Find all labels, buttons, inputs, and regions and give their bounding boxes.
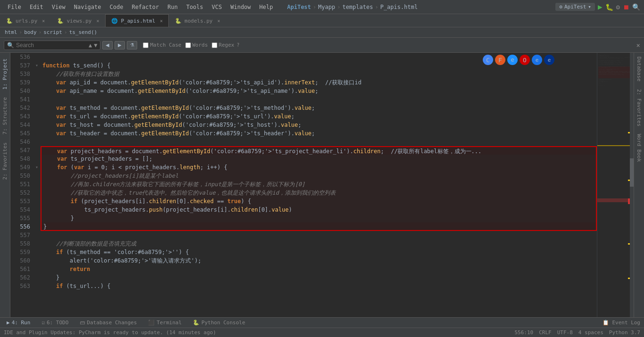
sidebar-tab-favorites[interactable]: 2: Favorites xyxy=(0,139,9,183)
search-icon: 🔍 xyxy=(7,42,14,49)
bottom-tab-terminal[interactable]: ⬛ Terminal xyxy=(145,319,184,327)
settings-button[interactable]: ⚙ xyxy=(616,3,620,11)
match-case-checkbox[interactable] xyxy=(143,42,149,48)
marker-yellow-1 xyxy=(628,132,630,133)
menu-code[interactable]: Code xyxy=(106,3,127,11)
close-models[interactable]: × xyxy=(217,18,220,24)
title-bar-left: File Edit View Navigate Code Refactor Ru… xyxy=(4,3,555,11)
right-tab-database[interactable]: Database xyxy=(635,53,644,85)
right-sidebar: Database 2: Favorites Word Book xyxy=(634,53,644,317)
menu-run[interactable]: Run xyxy=(164,3,182,11)
menu-help[interactable]: Help xyxy=(256,3,277,11)
bottom-tab-python-console[interactable]: 🐍 Python Console xyxy=(190,319,248,327)
status-message: IDE and Plugin Updates: PyCharm is ready… xyxy=(4,329,509,336)
close-p-apis[interactable]: × xyxy=(160,18,163,24)
match-case-option[interactable]: Match Case xyxy=(143,42,181,48)
left-sidebar: 1: Project 7: Structure 2: Favorites xyxy=(0,53,10,317)
close-urls[interactable]: × xyxy=(42,18,45,24)
menu-window[interactable]: Window xyxy=(227,3,255,11)
db-changes-label: Database Changes xyxy=(87,320,137,326)
bottom-tab-run[interactable]: ▶ 4: Run xyxy=(4,319,33,327)
breadcrumb-html[interactable]: html xyxy=(5,29,17,35)
minimap-thumb[interactable] xyxy=(630,158,634,187)
stop-button[interactable]: ⏹ xyxy=(623,3,629,11)
edge-icon[interactable]: e xyxy=(532,55,542,65)
down-arrow-icon[interactable]: ▼ xyxy=(94,42,97,49)
tab-icon-urls: 🐍 xyxy=(6,18,13,24)
breadcrumb-script[interactable]: script xyxy=(43,29,62,35)
indent-setting[interactable]: 4 spaces xyxy=(578,329,603,336)
filter-btn[interactable]: ⚗ xyxy=(127,41,137,49)
language[interactable]: Python 3.7 xyxy=(609,329,640,336)
close-views[interactable]: × xyxy=(96,18,99,24)
regex-checkbox[interactable] xyxy=(212,42,217,48)
words-checkbox[interactable] xyxy=(185,42,191,48)
minimap-scrollbar xyxy=(630,53,634,317)
breadcrumb: html › body › script › ts_send() xyxy=(0,27,644,38)
search-everywhere-button[interactable]: 🔍 xyxy=(632,3,640,11)
bottom-tab-db-changes[interactable]: 🗃 Database Changes xyxy=(77,319,140,327)
search-input-wrap: 🔍 ▲ ▼ xyxy=(4,41,100,50)
db-changes-icon: 🗃 xyxy=(80,320,85,326)
dropdown-arrow: ▾ xyxy=(588,4,591,10)
encoding[interactable]: UTF-8 xyxy=(557,329,573,336)
tab-label-p-apis: P_apis.html xyxy=(121,18,155,24)
right-tab-favorites[interactable]: 2: Favorites xyxy=(635,85,644,130)
chrome-icon[interactable]: C xyxy=(483,55,493,65)
todo-tab-label: 6: TODO xyxy=(47,320,68,326)
editor-area: C F e O e e 5365375385395405415425435445… xyxy=(10,53,634,317)
menu-tools[interactable]: Tools xyxy=(182,3,207,11)
menu-navigate[interactable]: Navigate xyxy=(70,3,105,11)
tab-urls[interactable]: 🐍 urls.py × xyxy=(0,14,51,27)
tab-models[interactable]: 🐍 models.py × xyxy=(169,14,226,27)
match-case-label: Match Case xyxy=(150,42,181,48)
marker-yellow-4 xyxy=(628,278,630,279)
words-option[interactable]: Words xyxy=(185,42,208,48)
firefox-icon[interactable]: F xyxy=(495,55,505,65)
tab-p-apis[interactable]: 🌐 P_apis.html × xyxy=(105,14,169,27)
terminal-label: Terminal xyxy=(157,320,182,326)
tab-views[interactable]: 🐍 views.py × xyxy=(51,14,105,27)
up-arrow-icon[interactable]: ▲ xyxy=(89,42,92,49)
prev-match-btn[interactable]: ◀ xyxy=(102,41,113,49)
python-console-icon: 🐍 xyxy=(193,320,199,326)
menu-edit[interactable]: Edit xyxy=(26,3,47,11)
main-area: 1: Project 7: Structure 2: Favorites C F… xyxy=(0,53,644,317)
event-log-icon: 📋 xyxy=(603,320,609,326)
path-myapp: Myapp xyxy=(318,4,335,10)
todo-tab-icon: ☑ xyxy=(41,320,45,326)
minimap-highlight-1 xyxy=(597,145,630,146)
regex-help-icon[interactable]: ? xyxy=(237,42,239,48)
line-numbers-gutter: 5365375385395405415425435445455465475485… xyxy=(10,53,33,317)
sidebar-tab-structure[interactable]: 7: Structure xyxy=(0,93,9,138)
title-bar: File Edit View Navigate Code Refactor Ru… xyxy=(0,0,644,14)
search-close-btn[interactable]: × xyxy=(636,41,640,49)
tab-icon-p-apis: 🌐 xyxy=(111,18,118,24)
next-match-btn[interactable]: ▶ xyxy=(115,41,125,49)
cursor-position[interactable]: 556:10 xyxy=(514,329,533,336)
run-button[interactable]: ▶ xyxy=(598,2,603,11)
breadcrumb-body[interactable]: body xyxy=(24,29,37,35)
regex-label: Regex xyxy=(219,42,234,48)
bottom-tab-todo[interactable]: ☑ 6: TODO xyxy=(39,319,71,327)
debug-button[interactable]: 🐛 xyxy=(605,3,613,11)
search-input[interactable] xyxy=(16,42,87,49)
line-ending[interactable]: CRLF xyxy=(539,329,552,336)
event-log[interactable]: 📋 Event Log xyxy=(603,320,640,326)
run-config-dropdown[interactable]: ⚙ ApiTest ▾ xyxy=(555,3,595,11)
menu-view[interactable]: View xyxy=(48,3,69,11)
event-log-label: Event Log xyxy=(612,320,640,326)
breadcrumb-ts-send[interactable]: ts_send() xyxy=(69,29,98,35)
menu-vcs[interactable]: VCS xyxy=(208,3,226,11)
right-tab-wordbook[interactable]: Word Book xyxy=(635,130,644,166)
ie2-icon[interactable]: e xyxy=(544,55,554,65)
menu-file[interactable]: File xyxy=(4,3,25,11)
code-scroll-area[interactable]: 5365375385395405415425435445455465475485… xyxy=(10,53,597,317)
ie-icon[interactable]: e xyxy=(507,55,518,65)
sidebar-tab-project[interactable]: 1: Project xyxy=(0,55,9,93)
menu-refactor[interactable]: Refactor xyxy=(128,3,163,11)
opera-icon[interactable]: O xyxy=(520,55,530,65)
regex-option[interactable]: Regex ? xyxy=(212,42,239,48)
python-console-label: Python Console xyxy=(201,320,245,326)
status-bar: IDE and Plugin Updates: PyCharm is ready… xyxy=(0,328,644,337)
